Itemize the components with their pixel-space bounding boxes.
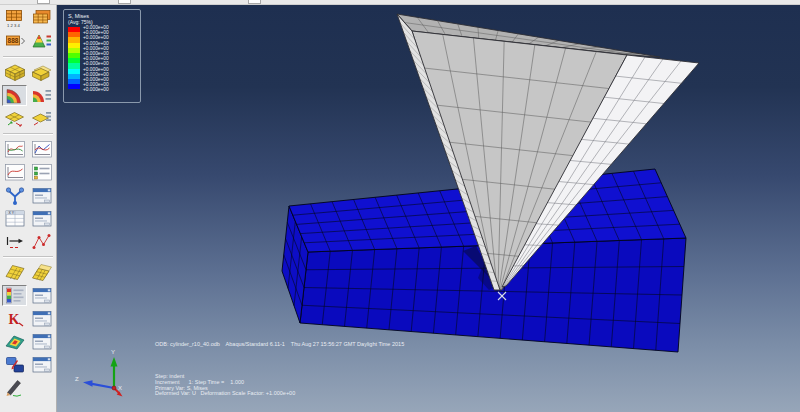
view-cut-a-icon[interactable] <box>2 262 27 283</box>
plot-undeformed-icon[interactable] <box>2 62 27 83</box>
view-cut-b-icon[interactable] <box>29 262 54 283</box>
swap-dialog-icon[interactable] <box>29 354 54 375</box>
toolbar-widget-remnant[interactable] <box>118 0 131 4</box>
result-frames-stack-icon[interactable] <box>29 8 54 29</box>
state-annotation-block: Step: indent Increment 1: Step Time = 1.… <box>155 374 295 397</box>
triad-y-label: Y <box>111 349 115 355</box>
contour-options-icon[interactable] <box>29 85 54 106</box>
legend-scale: +0.000e+00+0.000e+00+0.000e+00+0.000e+00… <box>68 27 140 93</box>
triad-y-arrowhead <box>111 357 118 367</box>
plot-contours-icon[interactable] <box>2 85 27 106</box>
toolbox-spacer <box>29 377 54 398</box>
triad-z-axis <box>92 384 114 388</box>
svg-text:888: 888 <box>7 37 18 44</box>
toolbar-widget-remnant[interactable] <box>37 0 50 4</box>
state-line-deformed: Deformed Var: U Deformation Scale Factor… <box>155 391 295 397</box>
stream-dialog-icon[interactable] <box>29 331 54 352</box>
toolbox-separator <box>3 256 53 258</box>
probe-pencil-icon[interactable] <box>2 377 27 398</box>
abaqus-viewer-window: 1 2 3 4888X YK S, Mises (Avg: 75%) +0.00… <box>0 0 800 412</box>
legend-value: +0.000e+00 <box>83 61 109 66</box>
legend-value: +0.000e+00 <box>83 87 109 92</box>
xy-plot-icon[interactable] <box>29 139 54 160</box>
xy-options-icon[interactable] <box>29 162 54 183</box>
viewport-canvas[interactable]: S, Mises (Avg: 75%) +0.000e+00+0.000e+00… <box>57 5 800 412</box>
svg-text:K: K <box>8 312 19 327</box>
legend-color-swatch <box>68 84 80 89</box>
triad-x-label: X <box>118 385 122 391</box>
symbol-options-icon[interactable] <box>29 108 54 129</box>
plot-deformed-icon[interactable] <box>29 62 54 83</box>
free-body-k-icon[interactable]: K <box>2 308 27 329</box>
frame-selector-icon[interactable]: 888 <box>2 31 27 52</box>
overlay-dialog-icon[interactable] <box>29 185 54 206</box>
triad-z-label: Z <box>75 376 79 382</box>
triad-origin <box>112 386 116 390</box>
overlay-tree-icon[interactable] <box>2 185 27 206</box>
contour-legend: S, Mises (Avg: 75%) +0.000e+00+0.000e+00… <box>63 9 141 103</box>
table-dialog-icon[interactable] <box>29 208 54 229</box>
spectrum-dialog-icon[interactable] <box>29 285 54 306</box>
contour-spectrum-icon[interactable] <box>2 285 27 306</box>
legend-value: +0.000e+00 <box>83 35 109 40</box>
triad-z-arrowhead <box>83 380 93 387</box>
plot-symbols-icon[interactable] <box>2 108 27 129</box>
legend-values: +0.000e+00+0.000e+00+0.000e+00+0.000e+00… <box>83 25 109 93</box>
path-arrow-icon[interactable] <box>2 231 27 252</box>
legend-color-bar <box>68 27 80 93</box>
free-body-dialog-icon[interactable] <box>29 308 54 329</box>
result-frames-grid-icon[interactable]: 1 2 3 4 <box>2 8 27 29</box>
toolbox-separator <box>3 56 53 58</box>
odb-info-line: ODB: cylinder_r10_40.odb Abaqus/Standard… <box>155 341 404 347</box>
swap-views-icon[interactable] <box>2 354 27 375</box>
svg-text:1 2 3 4: 1 2 3 4 <box>7 23 20 28</box>
xy-chart-icon[interactable] <box>2 162 27 183</box>
toolbar-widget-remnant[interactable] <box>248 0 261 4</box>
result-options-icon[interactable] <box>29 31 54 52</box>
view-triad: Y Z X <box>70 345 132 403</box>
stream-contour-icon[interactable] <box>2 331 27 352</box>
fea-scene <box>57 5 800 412</box>
visualization-toolbox: 1 2 3 4888X YK <box>0 5 57 412</box>
xy-table-icon[interactable]: X Y <box>2 208 27 229</box>
toolbox-separator <box>3 133 53 135</box>
path-points-icon[interactable] <box>29 231 54 252</box>
xy-data-create-icon[interactable] <box>2 139 27 160</box>
